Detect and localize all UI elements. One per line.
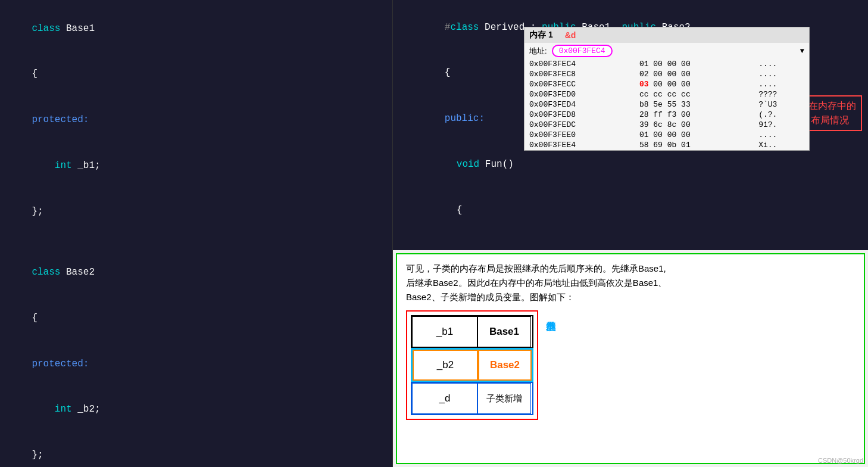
keyword-class: class xyxy=(32,23,66,34)
mem-addr-cell-6: 0x00F3FEDC xyxy=(524,120,635,130)
left-code-panel: class Base1 { protected: int _b1; }; cla… xyxy=(0,0,393,467)
mem-bytes-cell-7: 01 00 00 00 xyxy=(635,130,754,140)
addr-value: 0x00F3FEC4 xyxy=(552,45,613,57)
debug-line-b1: _b1 = 1; xyxy=(423,234,862,250)
mem-bytes-cell-0: 01 00 00 00 xyxy=(635,59,754,69)
explanation-panel: 可见，子类的内存布局是按照继承的先后顺序来的。先继承Base1, 后继承Base… xyxy=(396,253,865,464)
memory-popup: 内存 1 &d 地址: 0x00F3FEC4 ▼ 0x00F3FEC401 00… xyxy=(524,27,810,151)
memory-row-4: 0x00F3FED4b8 5e 55 33?`U3 xyxy=(524,99,809,110)
mem-ascii-cell-4: ?`U3 xyxy=(754,99,809,110)
mem-label: 内存 1 xyxy=(529,30,553,41)
base1-group: _b1 Base1 xyxy=(411,315,533,348)
code-line-7: { xyxy=(9,295,383,341)
mem-ascii-cell-5: (.?. xyxy=(754,110,809,120)
mem-ascii-cell-2: .... xyxy=(754,79,809,89)
memory-row-3: 0x00F3FED0cc cc cc cc???? xyxy=(524,89,809,99)
b1-cell: _b1 xyxy=(412,316,477,347)
mem-ascii-cell-1: .... xyxy=(754,69,809,79)
memory-addr-row: 地址: 0x00F3FEC4 ▼ xyxy=(524,43,809,59)
d-cell: _d xyxy=(412,383,477,414)
memory-row-0: 0x00F3FEC401 00 00 00.... xyxy=(524,59,809,69)
base2-group: _b2 Base2 xyxy=(411,348,533,382)
memory-row-6: 0x00F3FEDC39 6c 8c 0091?. xyxy=(524,120,809,130)
debug-panel: #class Derived : public Base1, public Ba… xyxy=(393,0,868,250)
explanation-text2: 后继承Base2。因此d在内存中的布局地址由低到高依次是Base1、 xyxy=(406,276,855,290)
mem-bytes-cell-4: b8 5e 55 33 xyxy=(635,99,754,110)
code-line-blank1 xyxy=(9,235,383,250)
code-line-4: int _b1; xyxy=(9,143,383,189)
mem-bytes-cell-5: 28 ff f3 00 xyxy=(635,110,754,120)
base1-label: Base1 xyxy=(477,316,531,347)
addr-label: 地址: xyxy=(529,46,547,57)
mem-addr-cell-4: 0x00F3FED4 xyxy=(524,99,635,110)
mem-bytes-cell-2: 03 00 00 00 xyxy=(635,79,754,89)
right-panel: #class Derived : public Base1, public Ba… xyxy=(393,0,868,467)
mem-addr-cell-5: 0x00F3FED8 xyxy=(524,110,635,120)
memory-popup-header: 内存 1 &d xyxy=(524,27,809,43)
memory-row-7: 0x00F3FEE001 00 00 00.... xyxy=(524,130,809,140)
mem-addr-cell-0: 0x00F3FEC4 xyxy=(524,59,635,69)
memory-row-1: 0x00F3FEC802 00 00 00.... xyxy=(524,69,809,79)
watermark: CSDN@50krgd xyxy=(818,457,863,464)
mem-bytes-cell-6: 39 6c 8c 00 xyxy=(635,120,754,130)
mem-bytes-cell-1: 02 00 00 00 xyxy=(635,69,754,79)
code-line-5: }; xyxy=(9,189,383,235)
mem-ascii-cell-3: ???? xyxy=(754,89,809,99)
code-line-8: protected: xyxy=(9,341,383,387)
mem-ascii-cell-7: .... xyxy=(754,130,809,140)
memory-row-2: 0x00F3FECC03 00 00 00.... xyxy=(524,79,809,89)
mem-ascii-cell-6: 91?. xyxy=(754,120,809,130)
mem-ref: &d xyxy=(565,30,576,40)
new-label: 子类新增 xyxy=(477,383,531,414)
explanation-text3: Base2、子类新增的成员变量。图解如下： xyxy=(406,290,855,304)
mem-ascii-cell-0: .... xyxy=(754,59,809,69)
memory-table: 0x00F3FEC401 00 00 00....0x00F3FEC802 00… xyxy=(524,59,809,150)
mem-addr-cell-8: 0x00F3FEE4 xyxy=(524,140,635,150)
memory-row-5: 0x00F3FED828 ff f3 00(.?. xyxy=(524,110,809,120)
mem-ascii-cell-8: Xi.. xyxy=(754,140,809,150)
explanation-text1: 可见，子类的内存布局是按照继承的先后顺序来的。先继承Base1, xyxy=(406,261,855,276)
d-group: _d 子类新增 xyxy=(411,382,533,415)
b2-cell: _b2 xyxy=(413,350,478,381)
mem-bytes-cell-3: cc cc cc cc xyxy=(635,89,754,99)
base2-label: Base2 xyxy=(478,350,532,381)
code-line-2: { xyxy=(9,52,383,98)
code-line-6: class Base2 xyxy=(9,250,383,296)
mem-bytes-cell-8: 58 69 0b 01 xyxy=(635,140,754,150)
code-line-3: protected: xyxy=(9,98,383,144)
code-line-1: class Base1 xyxy=(9,6,383,52)
mem-addr-cell-2: 0x00F3FECC xyxy=(524,79,635,89)
memory-row-8: 0x00F3FEE458 69 0b 01Xi.. xyxy=(524,140,809,150)
addr-dropdown-icon[interactable]: ▼ xyxy=(800,47,804,55)
debug-line-5: { xyxy=(411,188,862,234)
mem-addr-cell-3: 0x00F3FED0 xyxy=(524,89,635,99)
code-line-9: int _b2; xyxy=(9,387,383,433)
mem-addr-cell-1: 0x00F3FEC8 xyxy=(524,69,635,79)
code-line-10: }; xyxy=(9,433,383,467)
memory-diagram: _b1 Base1 _b2 Base2 _d 子类新增 继承自基类 xyxy=(406,310,855,420)
mem-addr-cell-7: 0x00F3FEE0 xyxy=(524,130,635,140)
